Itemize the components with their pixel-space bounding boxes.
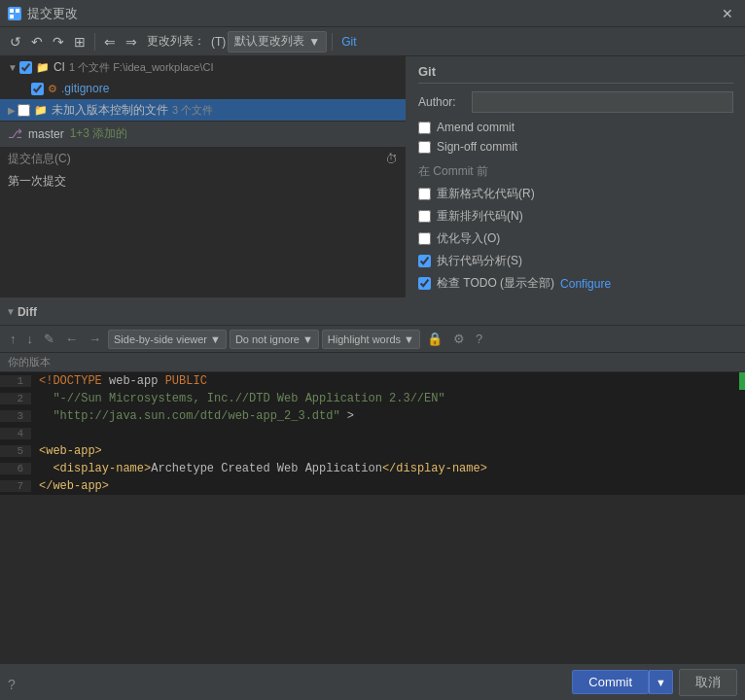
reformat-row: 重新格式化代码(R) bbox=[418, 186, 733, 202]
line-content-6: <display-name>Archetype Created Web Appl… bbox=[31, 462, 745, 475]
line-num-2: 2 bbox=[0, 393, 31, 404]
svg-rect-0 bbox=[10, 9, 14, 13]
commit-button[interactable]: Commit bbox=[572, 670, 649, 694]
reformat-checkbox[interactable] bbox=[418, 188, 431, 200]
analyze-checkbox[interactable] bbox=[418, 255, 431, 267]
line-content-1: <!DOCTYPE web-app PUBLIC bbox=[31, 374, 745, 388]
diff-gear-button[interactable]: ⚙ bbox=[449, 330, 469, 348]
move-all-left-button[interactable]: ⇐ bbox=[100, 32, 120, 52]
diff-line-6: 6 <display-name>Archetype Created Web Ap… bbox=[0, 460, 745, 477]
diff-line-1: 1 <!DOCTYPE web-app PUBLIC bbox=[0, 372, 745, 390]
gear-icon: ⚙ bbox=[453, 332, 465, 346]
rearrange-checkbox[interactable] bbox=[418, 210, 431, 223]
diff-button[interactable]: ⊞ bbox=[70, 32, 89, 52]
diff-content: 你的版本 1 <!DOCTYPE web-app PUBLIC 2 "-//Su… bbox=[0, 353, 745, 495]
author-input[interactable] bbox=[472, 91, 733, 113]
viewer-label: Side-by-side viewer bbox=[114, 333, 207, 345]
tree-item-gitignore[interactable]: ⚙ .gitignore bbox=[0, 78, 406, 99]
unversioned-name: 未加入版本控制的文件 bbox=[52, 102, 168, 119]
line-num-3: 3 bbox=[0, 410, 31, 422]
rearrange-row: 重新排列代码(N) bbox=[418, 208, 733, 225]
diff-up-button[interactable]: ↑ bbox=[6, 330, 20, 348]
title-bar: 提交更改 ✕ bbox=[0, 0, 745, 27]
author-label: Author: bbox=[418, 95, 472, 109]
changes-dropdown[interactable]: 默认更改列表 ▼ bbox=[228, 31, 327, 52]
commit-dropdown-button[interactable]: ▼ bbox=[649, 670, 673, 694]
configure-link[interactable]: Configure bbox=[560, 277, 611, 291]
line-content-5: <web-app> bbox=[31, 444, 745, 458]
diff-down-button[interactable]: ↓ bbox=[23, 330, 38, 348]
line-num-7: 7 bbox=[0, 480, 31, 492]
svg-rect-2 bbox=[10, 15, 14, 18]
chevron-down-icon: ▼ bbox=[308, 35, 320, 49]
todo-label[interactable]: 检查 TODO (显示全部) bbox=[437, 275, 554, 292]
line-content-2: "-//Sun Microsystems, Inc.//DTD Web Appl… bbox=[31, 392, 745, 405]
refresh-button[interactable]: ↺ bbox=[6, 32, 25, 52]
optimize-label[interactable]: 优化导入(O) bbox=[437, 230, 500, 247]
help-icon: ? bbox=[476, 332, 482, 346]
amend-commit-checkbox[interactable] bbox=[418, 122, 431, 134]
bottom-help-button[interactable]: ? bbox=[8, 677, 16, 692]
diff-line-5: 5 <web-app> bbox=[0, 442, 745, 460]
diff-forward-button[interactable]: → bbox=[85, 330, 105, 348]
todo-checkbox[interactable] bbox=[418, 277, 431, 290]
branch-status: 1+3 添加的 bbox=[70, 125, 128, 142]
highlight-dropdown[interactable]: Highlight words ▼ bbox=[322, 330, 420, 349]
line-num-6: 6 bbox=[0, 463, 31, 474]
line-content-4 bbox=[31, 427, 745, 440]
diff-expand-arrow[interactable]: ▼ bbox=[6, 306, 16, 317]
before-commit-title: 在 Commit 前 bbox=[418, 163, 733, 180]
diff-line-3: 3 "http://java.sun.com/dtd/web-app_2_3.d… bbox=[0, 407, 745, 425]
side-by-side-viewer-dropdown[interactable]: Side-by-side viewer ▼ bbox=[108, 330, 227, 349]
ignore-label: Do not ignore bbox=[235, 333, 300, 345]
folder-icon: 📁 bbox=[36, 61, 50, 74]
ci-checkbox[interactable] bbox=[19, 61, 32, 74]
optimize-checkbox[interactable] bbox=[418, 232, 431, 245]
toolbar-separator bbox=[94, 33, 95, 51]
branch-bar: ⎇ master 1+3 添加的 bbox=[0, 121, 406, 146]
diff-toolbar: ↑ ↓ ✎ ← → Side-by-side viewer ▼ Do not i… bbox=[0, 326, 745, 353]
diff-line-2: 2 "-//Sun Microsystems, Inc.//DTD Web Ap… bbox=[0, 390, 745, 407]
diff-edit-button[interactable]: ✎ bbox=[40, 330, 58, 348]
analyze-label[interactable]: 执行代码分析(S) bbox=[437, 253, 522, 269]
line-content-7: </web-app> bbox=[31, 479, 745, 493]
branch-icon: ⎇ bbox=[8, 126, 22, 141]
branch-name: master bbox=[28, 127, 64, 141]
todo-row: 检查 TODO (显示全部) Configure bbox=[418, 275, 733, 292]
tree-item-ci[interactable]: ▼ 📁 CI 1 个文件 F:\idea_workplace\CI bbox=[0, 56, 406, 78]
lock-button[interactable]: 🔒 bbox=[423, 330, 446, 348]
redo-button[interactable]: ↷ bbox=[49, 32, 68, 52]
your-version-label: 你的版本 bbox=[0, 353, 745, 372]
ignore-dropdown[interactable]: Do not ignore ▼ bbox=[230, 330, 319, 349]
move-all-right-button[interactable]: ⇒ bbox=[122, 32, 141, 52]
amend-commit-row: Amend commit bbox=[418, 121, 733, 134]
diff-section: ▼ Diff ↑ ↓ ✎ ← → Side-by-side viewer ▼ D… bbox=[0, 298, 745, 663]
git-section-title: Git bbox=[418, 64, 733, 84]
commit-button-group: Commit ▼ bbox=[572, 670, 673, 694]
sign-off-label[interactable]: Sign-off commit bbox=[437, 140, 517, 154]
tree-item-unversioned[interactable]: ▶ 📁 未加入版本控制的文件 3 个文件 bbox=[0, 99, 406, 121]
gitignore-checkbox[interactable] bbox=[31, 83, 44, 95]
undo-button[interactable]: ↶ bbox=[27, 32, 47, 52]
diff-help-button[interactable]: ? bbox=[472, 330, 486, 348]
cancel-button[interactable]: 取消 bbox=[679, 669, 737, 696]
changes-dropdown-label: 默认更改列表 bbox=[234, 33, 304, 50]
ci-name: CI bbox=[53, 60, 65, 74]
lock-icon: 🔒 bbox=[427, 332, 443, 346]
diff-back-button[interactable]: ← bbox=[61, 330, 82, 348]
svg-rect-3 bbox=[16, 15, 19, 18]
changes-list-label: 更改列表： bbox=[147, 33, 205, 50]
toolbar: ↺ ↶ ↷ ⊞ ⇐ ⇒ 更改列表： (T) 默认更改列表 ▼ Git bbox=[0, 27, 745, 56]
unversioned-checkbox[interactable] bbox=[18, 104, 30, 117]
rearrange-label[interactable]: 重新排列代码(N) bbox=[437, 208, 523, 225]
sign-off-checkbox[interactable] bbox=[418, 141, 431, 154]
reformat-label[interactable]: 重新格式化代码(R) bbox=[437, 186, 535, 202]
sign-off-row: Sign-off commit bbox=[418, 140, 733, 154]
diff-title: Diff bbox=[18, 305, 37, 319]
line-content-3: "http://java.sun.com/dtd/web-app_2_3.dtd… bbox=[31, 409, 745, 423]
amend-commit-label[interactable]: Amend commit bbox=[437, 121, 514, 134]
commit-msg-label: 提交信息(C) bbox=[8, 151, 71, 167]
history-button[interactable]: ⏱ bbox=[385, 152, 398, 166]
git-tab-label[interactable]: Git bbox=[341, 35, 356, 49]
close-button[interactable]: ✕ bbox=[718, 6, 737, 21]
